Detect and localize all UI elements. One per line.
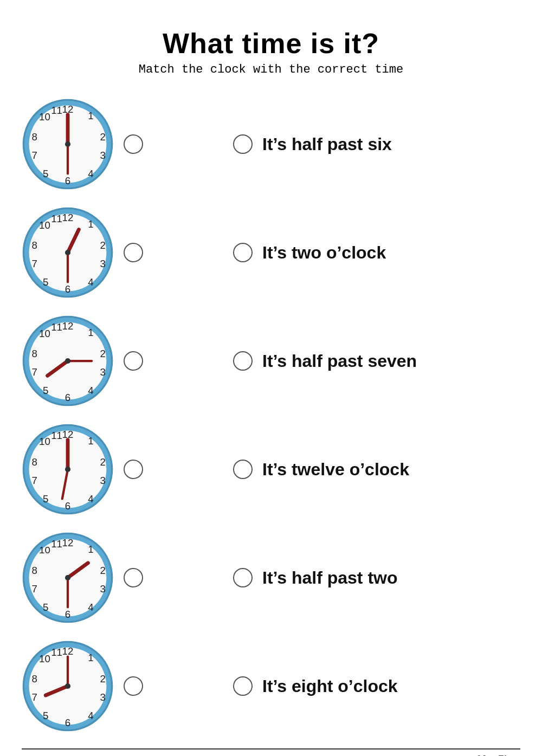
answer-radio-5[interactable] <box>233 568 253 587</box>
svg-text:1: 1 <box>88 435 93 447</box>
svg-text:5: 5 <box>43 493 48 505</box>
svg-text:3: 3 <box>100 692 105 703</box>
rows-container: 12 1 2 3 4 6 5 7 8 10 11 <box>22 93 520 738</box>
answer-text-4: It’s twelve o’clock <box>262 460 409 480</box>
row-6: 12 1 2 3 4 6 5 7 8 10 11 <box>22 635 520 738</box>
clock-area-4: 12 1 2 3 4 6 5 7 8 10 11 <box>22 423 190 515</box>
answer-text-3: It’s half past seven <box>262 351 417 371</box>
row-2: 12 1 2 3 4 6 5 7 8 10 11 <box>22 201 520 304</box>
clock-area-1: 12 1 2 3 4 6 5 7 8 10 11 <box>22 98 190 190</box>
svg-text:8: 8 <box>32 240 37 251</box>
answer-area-6: It’s eight o’clock <box>233 676 520 696</box>
svg-text:1: 1 <box>88 652 93 663</box>
svg-text:10: 10 <box>39 219 50 231</box>
svg-text:2: 2 <box>100 348 105 359</box>
svg-text:3: 3 <box>100 475 105 486</box>
svg-text:6: 6 <box>65 392 70 404</box>
answer-text-2: It’s two o’clock <box>262 243 386 263</box>
svg-text:3: 3 <box>100 366 105 378</box>
svg-text:10: 10 <box>39 653 50 664</box>
svg-text:8: 8 <box>32 673 37 684</box>
answer-radio-1[interactable] <box>233 134 253 154</box>
svg-text:10: 10 <box>39 436 50 448</box>
answer-text-1: It’s half past six <box>262 134 392 154</box>
svg-text:6: 6 <box>65 284 70 295</box>
page-title: What time is it? <box>22 27 520 60</box>
svg-text:12: 12 <box>62 645 74 657</box>
page-subtitle: Match the clock with the correct time <box>22 63 520 76</box>
answer-area-1: It’s half past six <box>233 134 520 154</box>
clock-radio-4[interactable] <box>124 460 143 479</box>
svg-text:8: 8 <box>32 348 37 359</box>
answer-area-3: It’s half past seven <box>233 351 520 371</box>
svg-text:10: 10 <box>39 328 50 339</box>
answer-area-4: It’s twelve o’clock <box>233 460 520 480</box>
svg-text:5: 5 <box>43 710 48 721</box>
clock-5: 12 1 2 3 4 6 5 7 8 10 11 <box>22 532 114 624</box>
clock-area-2: 12 1 2 3 4 6 5 7 8 10 11 <box>22 206 190 299</box>
svg-text:12: 12 <box>62 320 74 332</box>
svg-text:5: 5 <box>43 602 48 613</box>
svg-text:7: 7 <box>32 475 37 486</box>
svg-text:8: 8 <box>32 131 37 143</box>
answer-text-5: It’s half past two <box>262 568 398 588</box>
answer-radio-4[interactable] <box>233 460 253 479</box>
clock-radio-2[interactable] <box>124 243 143 262</box>
svg-text:7: 7 <box>32 692 37 703</box>
svg-point-79 <box>65 575 70 580</box>
svg-text:1: 1 <box>88 218 93 230</box>
svg-text:11: 11 <box>51 647 62 658</box>
svg-text:10: 10 <box>39 545 50 556</box>
clock-area-6: 12 1 2 3 4 6 5 7 8 10 11 <box>22 640 190 732</box>
svg-point-15 <box>65 141 70 147</box>
svg-text:4: 4 <box>88 602 93 613</box>
svg-point-63 <box>65 467 70 472</box>
footer-credit: Mrs. Elena <box>22 754 520 756</box>
svg-text:11: 11 <box>51 430 62 441</box>
svg-text:6: 6 <box>65 718 70 729</box>
clock-2: 12 1 2 3 4 6 5 7 8 10 11 <box>22 206 114 299</box>
svg-text:11: 11 <box>51 321 62 333</box>
svg-text:1: 1 <box>88 544 93 555</box>
svg-text:5: 5 <box>43 168 48 179</box>
svg-text:3: 3 <box>100 583 105 595</box>
svg-text:11: 11 <box>51 105 62 116</box>
clock-radio-5[interactable] <box>124 568 143 587</box>
svg-point-31 <box>65 250 70 255</box>
svg-text:6: 6 <box>65 176 70 187</box>
svg-text:6: 6 <box>65 501 70 512</box>
svg-text:2: 2 <box>100 456 105 468</box>
clock-6: 12 1 2 3 4 6 5 7 8 10 11 <box>22 640 114 732</box>
svg-text:5: 5 <box>43 276 48 288</box>
svg-text:11: 11 <box>51 213 62 224</box>
row-5: 12 1 2 3 4 6 5 7 8 10 11 <box>22 526 520 629</box>
answer-radio-2[interactable] <box>233 243 253 262</box>
row-3: 12 1 2 3 4 6 5 7 8 10 11 <box>22 309 520 412</box>
svg-text:7: 7 <box>32 583 37 595</box>
clock-area-5: 12 1 2 3 4 6 5 7 8 10 11 <box>22 532 190 624</box>
svg-text:12: 12 <box>62 537 74 548</box>
answer-radio-3[interactable] <box>233 351 253 371</box>
row-1: 12 1 2 3 4 6 5 7 8 10 11 <box>22 93 520 196</box>
clock-radio-1[interactable] <box>124 134 143 154</box>
svg-text:11: 11 <box>51 538 62 550</box>
answer-radio-6[interactable] <box>233 676 253 696</box>
clock-radio-6[interactable] <box>124 676 143 696</box>
answer-text-6: It’s eight o’clock <box>262 676 398 696</box>
row-4: 12 1 2 3 4 6 5 7 8 10 11 <box>22 418 520 521</box>
answer-area-5: It’s half past two <box>233 568 520 588</box>
svg-text:2: 2 <box>100 673 105 684</box>
clock-area-3: 12 1 2 3 4 6 5 7 8 10 11 <box>22 315 190 407</box>
svg-text:12: 12 <box>62 212 74 223</box>
svg-text:6: 6 <box>65 609 70 621</box>
footer-line <box>22 748 520 749</box>
svg-text:7: 7 <box>32 258 37 269</box>
svg-text:7: 7 <box>32 366 37 378</box>
svg-text:2: 2 <box>100 565 105 576</box>
svg-text:4: 4 <box>88 168 93 179</box>
svg-text:8: 8 <box>32 456 37 468</box>
svg-text:1: 1 <box>88 327 93 338</box>
svg-text:3: 3 <box>100 258 105 269</box>
clock-radio-3[interactable] <box>124 351 143 371</box>
svg-text:7: 7 <box>32 150 37 161</box>
